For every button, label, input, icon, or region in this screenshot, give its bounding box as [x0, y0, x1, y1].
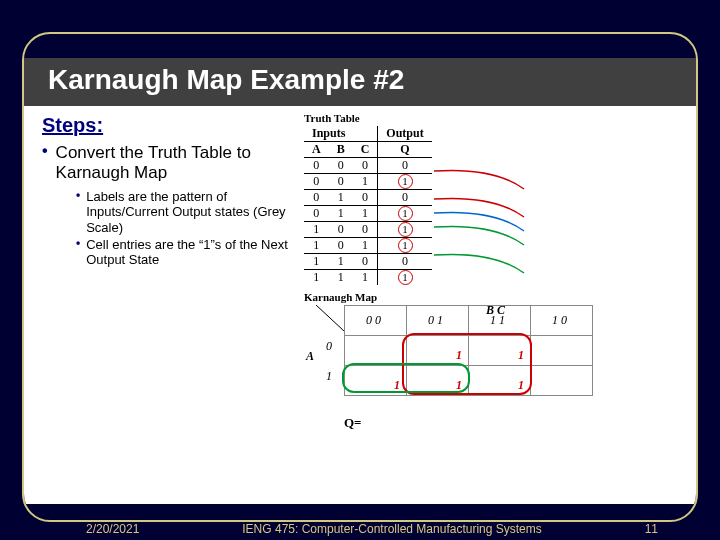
tt-cell: 1	[378, 270, 432, 286]
table-row: 0111	[304, 206, 432, 222]
table-row: 0011	[304, 174, 432, 190]
bullet-icon: •	[76, 237, 80, 268]
output-header: Output	[378, 126, 432, 142]
bullet-level1: • Convert the Truth Table to Karnaugh Ma…	[42, 143, 298, 183]
kmap-row: 11	[345, 336, 593, 366]
title-band: Karnaugh Map Example #2	[24, 58, 696, 106]
table-row: 0100	[304, 190, 432, 206]
tt-cell: 0	[353, 158, 378, 174]
kmap-row-0: 0	[316, 339, 342, 354]
slide-frame: Karnaugh Map Example #2 Steps: • Convert…	[22, 32, 698, 522]
bullet-level2b-text: Cell entries are the “1”s of the Next Ou…	[86, 237, 298, 268]
kmap-col-axis: B C	[486, 303, 505, 318]
tt-cell: 1	[378, 238, 432, 254]
circled-one: 1	[398, 206, 413, 221]
tt-cell: 1	[329, 206, 353, 222]
table-row: 1011	[304, 238, 432, 254]
svg-line-0	[316, 305, 344, 331]
kmap-cell	[531, 366, 593, 396]
kmap-cell: 1	[345, 366, 407, 396]
tt-cell: 1	[304, 238, 329, 254]
kmap-label: Karnaugh Map	[304, 291, 686, 303]
truth-table-label: Truth Table	[304, 112, 686, 124]
bullet-icon: •	[76, 189, 80, 235]
tt-cell: 1	[378, 206, 432, 222]
tt-cell: 0	[353, 254, 378, 270]
tt-cell: 1	[378, 222, 432, 238]
tt-cell: 0	[329, 222, 353, 238]
bullet-level1-text: Convert the Truth Table to Karnaugh Map	[56, 143, 298, 183]
truth-table-wrap: Inputs Output ABCQ 000000110100011110011…	[304, 126, 686, 285]
tt-cell: 1	[353, 238, 378, 254]
tt-cell: 1	[304, 222, 329, 238]
kmap-diagonal-icon	[316, 305, 346, 331]
kmap-grid: 0 00 11 11 011111	[344, 305, 593, 396]
tt-cell: 1	[353, 206, 378, 222]
tt-cell: 0	[304, 174, 329, 190]
kmap-col-header: 0 0	[345, 306, 407, 336]
tt-cell: 1	[329, 190, 353, 206]
kmap-col-header: 0 1	[407, 306, 469, 336]
kmap-cell	[345, 336, 407, 366]
kmap-cell: 1	[469, 366, 531, 396]
bullet-level2a-text: Labels are the pattern of Inputs/Current…	[86, 189, 298, 235]
q-equation: Q=	[344, 415, 686, 431]
tt-cell: 0	[378, 158, 432, 174]
circled-one: 1	[398, 222, 413, 237]
tt-cell: 1	[378, 174, 432, 190]
kmap-cell	[531, 336, 593, 366]
tt-cell: 0	[304, 190, 329, 206]
slide-content: Steps: • Convert the Truth Table to Karn…	[24, 106, 696, 504]
inputs-header: Inputs	[304, 126, 378, 142]
tt-col-header: B	[329, 142, 353, 158]
tt-cell: 0	[329, 238, 353, 254]
kmap-cell: 1	[407, 336, 469, 366]
tt-cell: 0	[329, 174, 353, 190]
kmap: A B C 0 00 11 11 011111 0 1	[316, 305, 686, 405]
tt-cell: 0	[378, 190, 432, 206]
tt-cell: 0	[304, 206, 329, 222]
kmap-row: 111	[345, 366, 593, 396]
table-row: 1001	[304, 222, 432, 238]
tt-cell: 1	[329, 270, 353, 286]
bullet-level2: • Cell entries are the “1”s of the Next …	[76, 237, 298, 268]
tt-cell: 0	[353, 190, 378, 206]
circled-one: 1	[398, 238, 413, 253]
table-row: 1100	[304, 254, 432, 270]
tt-cell: 0	[304, 158, 329, 174]
table-row: 0000	[304, 158, 432, 174]
kmap-area: Karnaugh Map A B C 0 00 11 11 011111 0 1…	[304, 291, 686, 431]
left-column: Steps: • Convert the Truth Table to Karn…	[24, 106, 304, 504]
slide-footer: 2/20/2021 IENG 475: Computer-Controlled …	[0, 522, 720, 536]
circled-one: 1	[398, 174, 413, 189]
table-row: 1111	[304, 270, 432, 286]
kmap-cell: 1	[407, 366, 469, 396]
tt-cell: 1	[353, 270, 378, 286]
tt-col-header: C	[353, 142, 378, 158]
tt-cell: 1	[353, 174, 378, 190]
truth-table: Inputs Output ABCQ 000000110100011110011…	[304, 126, 432, 285]
footer-date: 2/20/2021	[86, 522, 139, 536]
tt-col-header: Q	[378, 142, 432, 158]
footer-center: IENG 475: Computer-Controlled Manufactur…	[139, 522, 644, 536]
kmap-row-axis: A	[306, 349, 314, 364]
tt-cell: 0	[378, 254, 432, 270]
steps-heading: Steps:	[42, 114, 298, 137]
tt-cell: 0	[353, 222, 378, 238]
tt-col-header: A	[304, 142, 329, 158]
tt-cell: 1	[304, 254, 329, 270]
footer-page: 11	[645, 522, 658, 536]
bullet-level2: • Labels are the pattern of Inputs/Curre…	[76, 189, 298, 235]
circled-one: 1	[398, 270, 413, 285]
tt-cell: 1	[304, 270, 329, 286]
bullet-icon: •	[42, 143, 48, 183]
slide-title: Karnaugh Map Example #2	[48, 64, 672, 96]
tt-cell: 0	[329, 158, 353, 174]
kmap-row-1: 1	[316, 369, 342, 384]
tt-cell: 1	[329, 254, 353, 270]
kmap-col-header: 1 0	[531, 306, 593, 336]
right-column: Truth Table Inputs Output ABCQ 000000110…	[304, 106, 696, 504]
kmap-cell: 1	[469, 336, 531, 366]
